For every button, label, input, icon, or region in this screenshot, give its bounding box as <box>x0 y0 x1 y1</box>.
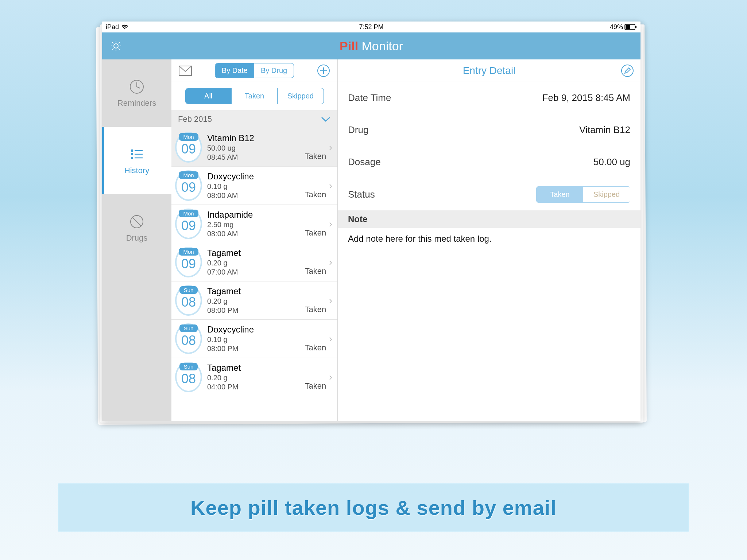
day-of-week: Mon <box>179 133 198 141</box>
entry-row[interactable]: Sun08Doxycycline0.10 g08:00 PMTaken› <box>171 320 337 358</box>
date-badge: Mon09 <box>175 209 202 239</box>
month-label: Feb 2015 <box>178 114 212 124</box>
row-value: Vitamin B12 <box>579 124 630 136</box>
ios-status-bar: iPad 7:52 PM 49% <box>102 22 640 32</box>
status-taken[interactable]: Taken <box>537 187 583 202</box>
date-badge: Sun08 <box>175 285 202 316</box>
settings-button[interactable] <box>108 38 124 54</box>
gear-icon <box>109 39 123 52</box>
add-entry-button[interactable] <box>316 63 331 78</box>
note-text[interactable]: Add note here for this med taken log. <box>338 228 640 250</box>
day-of-week: Sun <box>179 363 198 370</box>
detail-body: Date Time Feb 9, 2015 8:45 AM Drug Vitam… <box>338 82 640 210</box>
day-of-week: Mon <box>179 210 198 217</box>
detail-status-row: Status Taken Skipped <box>348 178 630 210</box>
envelope-icon <box>179 66 192 76</box>
list-icon <box>129 146 145 162</box>
day-of-week: Mon <box>179 248 198 256</box>
entry-status: Taken <box>305 190 326 199</box>
svg-rect-2 <box>626 25 630 29</box>
nav-drugs[interactable]: Drugs <box>102 194 171 262</box>
entry-text: Tagamet0.20 g08:00 PM <box>207 286 305 315</box>
plus-circle-icon <box>317 64 330 77</box>
detail-title: Entry Detail <box>463 65 516 77</box>
entry-text: Doxycycline0.10 g08:00 AM <box>207 171 305 200</box>
sort-segment: By Date By Drug <box>215 63 294 78</box>
filter-skipped[interactable]: Skipped <box>278 88 323 104</box>
device-label: iPad <box>106 23 119 31</box>
drug-dose: 2.50 mg <box>207 221 305 229</box>
app-window-stack: iPad 7:52 PM 49% Pill Monitor Reminders <box>102 22 640 421</box>
entry-status: Taken <box>305 343 326 353</box>
battery-icon <box>624 24 637 30</box>
month-header[interactable]: Feb 2015 <box>171 110 337 128</box>
nav-label: History <box>124 166 149 175</box>
drug-name: Doxycycline <box>207 171 305 182</box>
email-button[interactable] <box>178 63 193 78</box>
day-of-week: Mon <box>179 171 198 179</box>
entry-row[interactable]: Mon09Tagamet0.20 g07:00 AMTaken› <box>171 243 337 281</box>
drug-dose: 50.00 ug <box>207 144 305 152</box>
drug-name: Indapamide <box>207 210 305 220</box>
day-of-week: Sun <box>179 286 198 294</box>
entry-time: 08:00 AM <box>207 230 305 238</box>
filter-taken[interactable]: Taken <box>232 88 278 104</box>
svg-line-9 <box>119 48 120 50</box>
row-key: Date Time <box>348 92 391 104</box>
drug-dose: 0.20 g <box>207 297 305 306</box>
no-icon <box>129 214 145 230</box>
entry-time: 04:00 PM <box>207 383 305 391</box>
date-badge: Sun08 <box>175 323 202 354</box>
promo-caption: Keep pill taken logs & send by email <box>58 483 689 532</box>
detail-datetime-row: Date Time Feb 9, 2015 8:45 AM <box>348 82 630 114</box>
svg-line-22 <box>132 217 141 226</box>
filter-segment: All Taken Skipped <box>185 88 324 104</box>
svg-line-14 <box>137 87 140 88</box>
day-number: 09 <box>181 256 196 272</box>
detail-drug-row: Drug Vitamin B12 <box>348 114 630 146</box>
chevron-right-icon: › <box>329 372 332 383</box>
drug-name: Tagamet <box>207 363 305 373</box>
drug-dose: 0.10 g <box>207 182 305 191</box>
chevron-right-icon: › <box>329 257 332 268</box>
drug-dose: 0.20 g <box>207 259 305 267</box>
status-skipped[interactable]: Skipped <box>583 187 630 202</box>
entry-text: Tagamet0.20 g07:00 AM <box>207 248 305 276</box>
entry-row[interactable]: Sun08Tagamet0.20 g04:00 PMTaken› <box>171 358 337 396</box>
entry-row[interactable]: Mon09Doxycycline0.10 g08:00 AMTaken› <box>171 167 337 205</box>
drug-name: Tagamet <box>207 286 305 296</box>
nav-reminders[interactable]: Reminders <box>102 59 171 127</box>
svg-rect-1 <box>635 26 636 28</box>
app-header: Pill Monitor <box>102 32 640 59</box>
drug-name: Doxycycline <box>207 324 305 335</box>
chevron-right-icon: › <box>329 180 332 191</box>
date-badge: Mon09 <box>175 247 202 277</box>
nav-history[interactable]: History <box>102 127 171 194</box>
entry-row[interactable]: Mon09Vitamin B1250.00 ug08:45 AMTaken› <box>171 128 337 167</box>
chevron-right-icon: › <box>329 295 332 306</box>
entry-row[interactable]: Mon09Indapamide2.50 mg08:00 AMTaken› <box>171 205 337 243</box>
entry-text: Indapamide2.50 mg08:00 AM <box>207 210 305 238</box>
main-content: Reminders History Drugs By Date <box>102 59 640 421</box>
clock-icon <box>129 79 145 95</box>
battery-percent: 49% <box>610 23 623 31</box>
day-number: 08 <box>181 371 196 386</box>
entry-status: Taken <box>305 381 326 391</box>
entries-list[interactable]: Mon09Vitamin B1250.00 ug08:45 AMTaken›Mo… <box>171 128 337 421</box>
edit-button[interactable] <box>620 63 635 78</box>
sort-by-date[interactable]: By Date <box>215 63 254 78</box>
chevron-right-icon: › <box>329 142 332 153</box>
svg-point-17 <box>131 153 133 155</box>
detail-header: Entry Detail <box>338 59 640 82</box>
filter-all[interactable]: All <box>186 88 232 104</box>
app-title: Pill Monitor <box>340 39 403 53</box>
sort-by-drug[interactable]: By Drug <box>254 63 294 78</box>
svg-point-3 <box>114 44 118 48</box>
row-key: Drug <box>348 124 368 136</box>
svg-point-19 <box>131 157 133 159</box>
drug-name: Vitamin B12 <box>207 133 305 143</box>
row-value: Feb 9, 2015 8:45 AM <box>542 92 630 104</box>
entry-text: Doxycycline0.10 g08:00 PM <box>207 324 305 353</box>
entry-row[interactable]: Sun08Tagamet0.20 g08:00 PMTaken› <box>171 281 337 320</box>
status-segment: Taken Skipped <box>536 186 630 203</box>
